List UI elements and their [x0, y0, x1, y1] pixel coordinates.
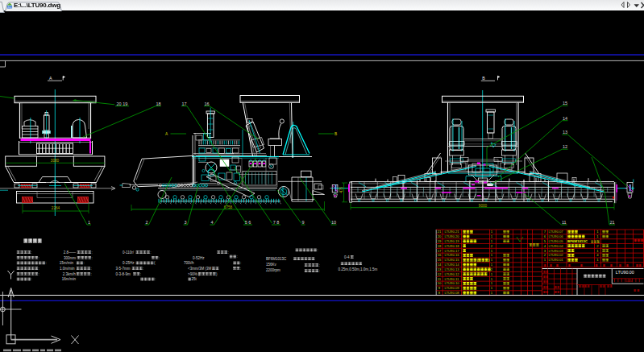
svg-text::: :	[319, 263, 320, 267]
svg-text::: :	[150, 251, 151, 255]
svg-text:1: 1	[491, 258, 493, 262]
svg-text:LTU90.13: LTU90.13	[445, 267, 460, 271]
svg-text::: :	[143, 267, 143, 271]
svg-text:0-25Hz: 0-25Hz	[123, 261, 135, 265]
svg-text::: :	[317, 248, 318, 252]
svg-text:19: 19	[438, 239, 442, 243]
svg-text:16m/min: 16m/min	[62, 277, 77, 281]
svg-text:1: 1	[491, 277, 493, 281]
svg-text::: :	[39, 272, 39, 276]
svg-text:B: B	[482, 76, 485, 81]
svg-text:17: 17	[438, 249, 442, 253]
svg-text:1.0m/min: 1.0m/min	[60, 267, 75, 271]
svg-text::: :	[159, 256, 160, 260]
svg-text:LTU90.09: LTU90.09	[445, 286, 460, 290]
svg-text:1: 1	[491, 249, 493, 253]
svg-text:16: 16	[438, 253, 442, 257]
svg-text:1: 1	[491, 263, 493, 267]
svg-text:2200rpm: 2200rpm	[266, 268, 280, 272]
svg-text:1: 1	[491, 281, 493, 285]
svg-text:8: 8	[438, 291, 441, 295]
svg-text::: :	[237, 255, 238, 259]
svg-text:18: 18	[438, 244, 442, 248]
svg-text:18: 18	[156, 101, 160, 106]
svg-text:1: 1	[491, 234, 493, 238]
svg-text:LTU90.14: LTU90.14	[445, 263, 460, 267]
svg-text:LTU90.15: LTU90.15	[445, 258, 460, 262]
svg-text:LTU90.10: LTU90.10	[445, 281, 460, 285]
svg-text:4: 4	[544, 244, 546, 248]
svg-text:0.25m,0.50m,1.0m,1.5m: 0.25m,0.50m,1.0m,1.5m	[339, 267, 378, 271]
svg-text:15: 15	[563, 101, 567, 106]
svg-text:1: 1	[491, 291, 493, 295]
svg-text::: :	[84, 261, 85, 265]
svg-text:12: 12	[438, 272, 442, 276]
svg-text::: :	[91, 272, 92, 276]
svg-text:1: 1	[491, 272, 493, 276]
svg-text:5: 5	[544, 239, 546, 243]
svg-text:25t: 25t	[192, 277, 197, 281]
svg-text:1: 1	[88, 220, 90, 225]
svg-text:LTU90.21: LTU90.21	[445, 230, 460, 234]
svg-text:1: 1	[596, 234, 599, 238]
svg-text:3-5-7mm: 3-5-7mm	[116, 267, 131, 271]
svg-text::: :	[92, 251, 93, 255]
svg-text:7: 7	[544, 230, 546, 234]
svg-text:11: 11	[438, 277, 442, 281]
svg-text:4: 4	[210, 220, 213, 225]
svg-text:LTU90.18: LTU90.18	[445, 244, 460, 248]
svg-text:LTU90.17: LTU90.17	[445, 249, 460, 253]
svg-text:2: 2	[544, 253, 546, 257]
svg-text:B: B	[334, 132, 337, 136]
svg-text::: :	[39, 256, 39, 260]
svg-text:15: 15	[438, 258, 442, 262]
svg-text:LTU90.08: LTU90.08	[445, 291, 460, 295]
svg-text:11: 11	[562, 220, 567, 225]
svg-text:12: 12	[563, 144, 567, 149]
svg-text:20: 20	[438, 234, 442, 238]
svg-text:LTU90.20: LTU90.20	[445, 234, 460, 238]
svg-text::: :	[240, 261, 241, 265]
svg-text:10: 10	[438, 281, 442, 285]
svg-text:17: 17	[181, 101, 186, 106]
svg-text:2.3km/h: 2.3km/h	[63, 272, 77, 276]
svg-text:1: 1	[491, 286, 493, 290]
svg-text:156Kv: 156Kv	[266, 263, 277, 267]
svg-text:7 8: 7 8	[273, 220, 280, 225]
svg-text:LTU90.16: LTU90.16	[445, 253, 460, 257]
svg-text:0-4: 0-4	[344, 255, 350, 259]
svg-text:5 6: 5 6	[245, 220, 251, 225]
svg-text:21: 21	[609, 220, 614, 225]
svg-text:1: 1	[491, 230, 493, 234]
svg-text:LTU90.04: LTU90.04	[549, 244, 564, 248]
svg-text:LTU90.11: LTU90.11	[445, 277, 459, 281]
svg-text:14: 14	[563, 116, 567, 121]
svg-text:20 19: 20 19	[117, 101, 128, 106]
svg-text:0-3-8-9m: 0-3-8-9m	[116, 272, 131, 276]
svg-text:1: 1	[596, 249, 599, 253]
svg-text:2: 2	[491, 244, 493, 248]
svg-text::: :	[240, 267, 241, 271]
svg-text:>90% (: >90% (	[188, 272, 200, 276]
svg-text:3: 3	[184, 220, 186, 225]
svg-text:LTU90.03: LTU90.03	[549, 249, 564, 253]
svg-text:13: 13	[563, 130, 567, 135]
svg-text::: :	[31, 251, 32, 255]
svg-text:1: 1	[491, 253, 493, 257]
svg-text:14: 14	[438, 263, 442, 267]
svg-text:LTU90.05: LTU90.05	[549, 239, 564, 243]
svg-text:475: 475	[339, 186, 343, 193]
svg-text::: :	[39, 267, 39, 271]
svg-text:4: 4	[596, 253, 599, 257]
svg-text:LTU90.02: LTU90.02	[549, 253, 564, 257]
svg-text:(: (	[154, 261, 156, 265]
svg-text:LTU90.00: LTU90.00	[616, 270, 634, 275]
svg-text:1: 1	[544, 258, 546, 262]
svg-text:<3mm/3M (3M: <3mm/3M (3M	[188, 267, 211, 271]
svg-text:1: 1	[596, 230, 599, 234]
svg-text:1: 1	[596, 258, 599, 262]
svg-text:10: 10	[331, 220, 336, 225]
svg-text:LTU90.06: LTU90.06	[549, 234, 564, 238]
svg-text:1: 1	[491, 239, 493, 243]
svg-text:2264: 2264	[52, 206, 60, 210]
